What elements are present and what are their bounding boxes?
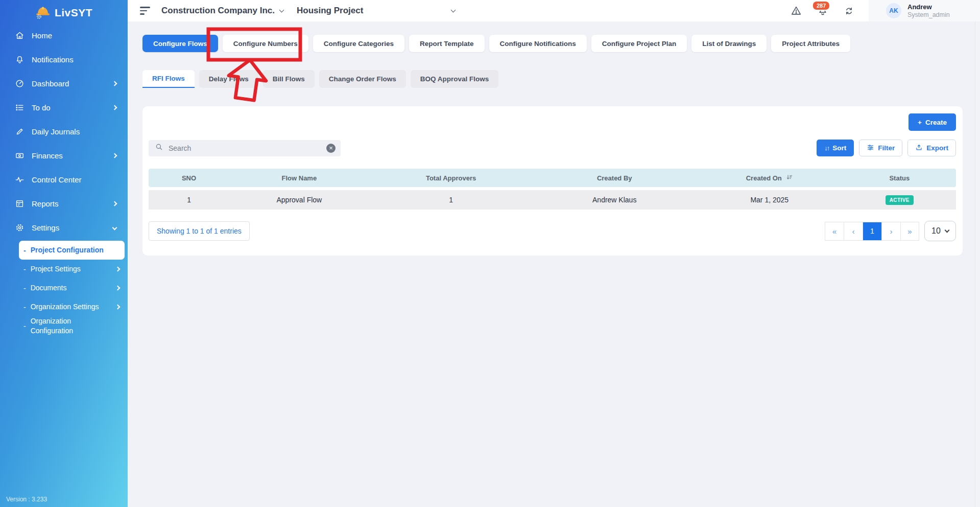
- sidebar-item-finances[interactable]: Finances: [0, 144, 128, 168]
- sidebar-item-control-center[interactable]: Control Center: [0, 168, 128, 192]
- chevron-down-icon: [944, 227, 949, 233]
- finances-icon: [14, 151, 25, 161]
- plus-icon: +: [918, 119, 922, 126]
- user-menu[interactable]: AK Andrew System_admin: [869, 0, 980, 21]
- chevron-down-icon: [451, 8, 456, 13]
- tab-configure-numbers[interactable]: Configure Numbers: [223, 35, 308, 52]
- filter-sliders-icon: [867, 144, 874, 153]
- main-content: Configure Flows Configure Numbers Config…: [128, 21, 980, 507]
- settings-subnav: - Project Configuration - Project Settin…: [0, 241, 128, 335]
- app-logo-text: LivSYT: [55, 7, 92, 19]
- project-name: Housing Project: [297, 6, 363, 16]
- table-header: SNO Flow Name Total Approvers Created By…: [149, 169, 956, 187]
- tab-configure-flows[interactable]: Configure Flows: [142, 35, 218, 52]
- status-badge: ACTIVE: [886, 195, 914, 205]
- chevron-right-icon: [112, 201, 117, 206]
- tab-change-order-flows[interactable]: Change Order Flows: [319, 70, 406, 88]
- column-header-flow-name[interactable]: Flow Name: [229, 174, 369, 182]
- menu-toggle-icon[interactable]: [140, 7, 150, 15]
- company-select[interactable]: Construction Company Inc.: [161, 6, 283, 16]
- bell-icon: [14, 55, 25, 65]
- sidebar-item-reports[interactable]: Reports: [0, 192, 128, 216]
- clear-search-icon[interactable]: ×: [326, 144, 336, 153]
- sort-button[interactable]: ↓↑ Sort: [817, 140, 854, 156]
- create-button[interactable]: + Create: [909, 113, 956, 131]
- sidebar-item-home[interactable]: Home: [0, 24, 128, 48]
- app-logo[interactable]: LivSYT: [0, 0, 128, 21]
- dashboard-icon: [14, 79, 25, 89]
- column-header-sno[interactable]: SNO: [149, 174, 229, 182]
- tab-configure-project-plan[interactable]: Configure Project Plan: [591, 35, 687, 52]
- warning-icon[interactable]: [791, 5, 802, 16]
- sidebar-item-dashboard[interactable]: Dashboard: [0, 72, 128, 96]
- table-row[interactable]: 1 Approval Flow 1 Andrew Klaus Mar 1, 20…: [149, 190, 956, 210]
- sidebar: LivSYT Home Notifications Dashboard: [0, 0, 128, 507]
- tab-bill-flows[interactable]: Bill Flows: [263, 70, 315, 88]
- avatar: AK: [886, 3, 901, 18]
- column-header-created-by[interactable]: Created By: [533, 174, 696, 182]
- filter-button[interactable]: Filter: [859, 140, 902, 156]
- sidebar-item-label: Daily Journals: [32, 127, 116, 136]
- search-input[interactable]: [169, 144, 321, 152]
- sidebar-item-daily-journals[interactable]: Daily Journals: [0, 120, 128, 144]
- dash-icon: -: [23, 265, 26, 273]
- sidebar-item-project-configuration[interactable]: - Project Configuration: [19, 241, 125, 260]
- pagination: « ‹ 1 › » 10: [825, 221, 956, 241]
- sidebar-item-label: Dashboard: [32, 79, 113, 88]
- tab-report-template[interactable]: Report Template: [409, 35, 485, 52]
- dash-icon: -: [23, 246, 26, 255]
- sort-descending-icon: [786, 174, 793, 182]
- todo-icon: [14, 103, 25, 113]
- tab-delay-flows[interactable]: Delay Flows: [199, 70, 258, 88]
- tab-configure-categories[interactable]: Configure Categories: [313, 35, 404, 52]
- scrollbar-track[interactable]: [975, 21, 980, 507]
- chevron-down-icon: [112, 225, 117, 231]
- company-name: Construction Company Inc.: [161, 6, 275, 16]
- gear-icon: [14, 223, 25, 233]
- chevron-right-icon: [115, 286, 121, 291]
- sidebar-item-settings[interactable]: Settings: [0, 216, 128, 240]
- pagination-next-button[interactable]: ›: [881, 222, 900, 241]
- column-header-created-on[interactable]: Created On: [696, 174, 843, 182]
- tab-project-attributes[interactable]: Project Attributes: [771, 35, 850, 52]
- column-header-status[interactable]: Status: [843, 174, 956, 182]
- user-meta: Andrew System_admin: [907, 3, 950, 18]
- page-size-select[interactable]: 10: [924, 221, 956, 241]
- sort-arrows-icon: ↓↑: [824, 144, 829, 152]
- flows-card: + Create × ↓↑ Sort: [142, 106, 963, 256]
- sidebar-item-project-settings[interactable]: - Project Settings: [19, 260, 125, 279]
- sync-icon[interactable]: [844, 6, 854, 16]
- sidebar-subitem-label: Organization Configuration: [31, 316, 97, 335]
- pagination-prev-button[interactable]: ‹: [844, 222, 863, 241]
- header-icons: 287: [791, 5, 854, 16]
- helmet-logo-icon: [35, 5, 51, 21]
- user-role: System_admin: [907, 11, 950, 18]
- sidebar-item-todo[interactable]: To do: [0, 96, 128, 120]
- sidebar-nav: Home Notifications Dashboard To do: [0, 24, 128, 335]
- top-bar: Construction Company Inc. Housing Projec…: [128, 0, 980, 21]
- tab-boq-approval-flows[interactable]: BOQ Approval Flows: [411, 70, 499, 88]
- tab-rfi-flows[interactable]: RFI Flows: [142, 70, 195, 88]
- home-icon: [14, 31, 25, 41]
- chevron-down-icon: [279, 8, 284, 13]
- sidebar-subitem-label: Project Settings: [31, 264, 116, 273]
- pagination-page-1-button[interactable]: 1: [863, 222, 881, 241]
- chevron-right-icon: [112, 153, 117, 158]
- pagination-last-button[interactable]: »: [900, 222, 919, 241]
- pagination-first-button[interactable]: «: [825, 222, 844, 241]
- notifications-bell-icon[interactable]: 287: [817, 5, 828, 16]
- search-bar: ×: [149, 140, 341, 156]
- export-button[interactable]: Export: [907, 140, 956, 156]
- sidebar-item-label: Home: [32, 31, 116, 40]
- sidebar-item-notifications[interactable]: Notifications: [0, 48, 128, 72]
- sidebar-item-organization-settings[interactable]: - Organization Settings: [19, 297, 125, 316]
- cell-created-on: Mar 1, 2025: [696, 196, 843, 204]
- project-select[interactable]: Housing Project: [297, 6, 455, 16]
- dash-icon: -: [23, 322, 26, 330]
- column-header-total-approvers[interactable]: Total Approvers: [369, 174, 533, 182]
- sidebar-item-organization-configuration[interactable]: - Organization Configuration: [19, 316, 125, 335]
- tab-list-of-drawings[interactable]: List of Drawings: [691, 35, 767, 52]
- tab-configure-notifications[interactable]: Configure Notifications: [489, 35, 587, 52]
- app-version: Version : 3.233: [6, 496, 47, 503]
- sidebar-item-documents[interactable]: - Documents: [19, 279, 125, 297]
